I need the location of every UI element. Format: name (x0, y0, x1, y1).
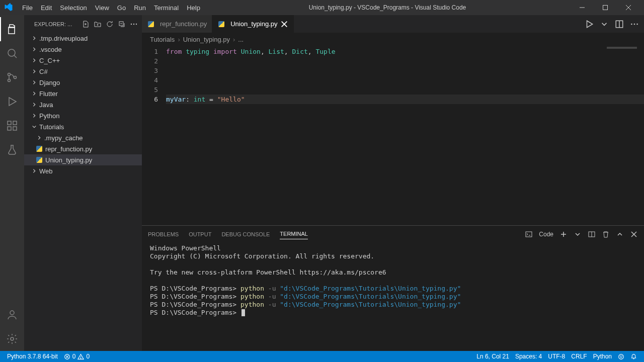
menu-file[interactable]: File (18, 2, 37, 14)
status-errors[interactable]: 0 0 (61, 353, 93, 360)
kill-terminal-icon[interactable] (602, 230, 610, 238)
search-icon[interactable] (0, 41, 24, 65)
status-spaces[interactable]: Spaces: 4 (512, 353, 545, 360)
explorer-icon[interactable] (0, 17, 24, 41)
vscode-logo-icon (4, 3, 13, 12)
window-controls (571, 0, 640, 15)
svg-point-7 (8, 79, 11, 82)
new-terminal-icon[interactable] (559, 230, 568, 238)
split-terminal-icon[interactable] (588, 230, 596, 238)
chevron-right-icon (30, 78, 38, 86)
collapse-all-icon[interactable] (118, 20, 126, 28)
settings-gear-icon[interactable] (0, 327, 24, 351)
svg-line-5 (14, 55, 17, 58)
chevron-right-icon (30, 112, 38, 120)
chevron-down-icon (30, 123, 38, 131)
code-area[interactable]: from typing import Union, List, Dict, Tu… (166, 46, 644, 225)
run-debug-icon[interactable] (0, 89, 24, 114)
more-icon[interactable] (630, 20, 639, 29)
explorer-header: EXPLORER: ... (24, 15, 142, 33)
tree-item-c-[interactable]: C# (24, 66, 142, 77)
tree-item-c_c-[interactable]: C_C++ (24, 55, 142, 66)
tree-item-django[interactable]: Django (24, 77, 142, 88)
testing-icon[interactable] (0, 138, 24, 162)
menu-selection[interactable]: Selection (56, 2, 91, 14)
accounts-icon[interactable] (0, 303, 24, 327)
split-editor-icon[interactable] (615, 20, 624, 29)
tree-item-repr_function-py[interactable]: repr_function.py (24, 143, 142, 154)
menu-edit[interactable]: Edit (37, 2, 56, 14)
panel-tab-output[interactable]: OUTPUT (189, 229, 211, 239)
status-position[interactable]: Ln 6, Col 21 (473, 353, 512, 360)
tree-item-flutter[interactable]: Flutter (24, 88, 142, 99)
refresh-icon[interactable] (106, 20, 114, 28)
svg-rect-26 (526, 232, 532, 237)
menu-terminal[interactable]: Terminal (150, 2, 183, 14)
maximize-button[interactable] (594, 0, 617, 15)
chevron-right-icon (30, 56, 38, 64)
svg-point-4 (8, 49, 15, 56)
tree-item--vscode[interactable]: .vscode (24, 44, 142, 55)
breadcrumb-item[interactable]: Union_typing.py (183, 36, 230, 43)
tree-item-java[interactable]: Java (24, 99, 142, 110)
source-control-icon[interactable] (0, 65, 24, 89)
svg-point-13 (10, 311, 14, 315)
tree-item-tutorials[interactable]: Tutorials (24, 121, 142, 132)
terminal-profile-icon[interactable] (525, 230, 533, 238)
close-panel-icon[interactable] (630, 230, 638, 238)
status-python[interactable]: Python 3.7.8 64-bit (4, 353, 61, 360)
terminal-profile-label[interactable]: Code (539, 231, 553, 238)
panel-tab-terminal[interactable]: TERMINAL (280, 229, 308, 239)
panel: PROBLEMSOUTPUTDEBUG CONSOLETERMINAL Code… (142, 225, 644, 351)
minimize-button[interactable] (571, 0, 594, 15)
status-language[interactable]: Python (590, 353, 615, 360)
svg-point-23 (631, 23, 632, 25)
menu-run[interactable]: Run (130, 2, 150, 14)
chevron-down-icon[interactable] (574, 230, 582, 238)
tab-repr_function-py[interactable]: repr_function.py (142, 15, 212, 33)
tree-item-web[interactable]: Web (24, 165, 142, 176)
menu-view[interactable]: View (91, 2, 113, 14)
new-file-icon[interactable] (82, 20, 90, 28)
error-icon (64, 353, 70, 360)
menu-go[interactable]: Go (113, 2, 130, 14)
breadcrumb-item[interactable]: Tutorials (150, 36, 175, 43)
status-feedback-icon[interactable] (615, 353, 627, 360)
svg-rect-11 (13, 127, 17, 130)
editor[interactable]: 123456 from typing import Union, List, D… (142, 46, 644, 225)
tree-item-python[interactable]: Python (24, 110, 142, 121)
panel-tabs: PROBLEMSOUTPUTDEBUG CONSOLETERMINAL Code (142, 226, 644, 242)
python-file-icon (35, 145, 43, 153)
svg-point-36 (619, 354, 624, 359)
menu-help[interactable]: Help (183, 2, 204, 14)
tree-item-union_typing-py[interactable]: Union_typing.py (24, 154, 142, 165)
more-icon[interactable] (130, 20, 138, 28)
status-encoding[interactable]: UTF-8 (545, 353, 568, 360)
titlebar: FileEditSelectionViewGoRunTerminalHelp U… (0, 0, 644, 15)
svg-point-18 (136, 23, 137, 24)
new-folder-icon[interactable] (94, 20, 102, 28)
editor-tabs: repr_function.pyUnion_typing.py (142, 15, 644, 33)
chevron-down-icon[interactable] (600, 20, 609, 29)
terminal-body[interactable]: Windows PowerShell Copyright (C) Microso… (142, 242, 644, 351)
svg-point-14 (11, 337, 14, 340)
extensions-icon[interactable] (0, 114, 24, 138)
panel-tab-debug-console[interactable]: DEBUG CONSOLE (221, 229, 270, 239)
close-button[interactable] (617, 0, 640, 15)
minimap[interactable] (607, 47, 637, 49)
file-tree: .tmp.driveupload.vscodeC_C++C#DjangoFlut… (24, 33, 142, 351)
tree-item--tmp-driveupload[interactable]: .tmp.driveupload (24, 33, 142, 44)
breadcrumbs[interactable]: Tutorials›Union_typing.py›... (142, 33, 644, 46)
status-bell-icon[interactable] (627, 353, 640, 360)
panel-tab-problems[interactable]: PROBLEMS (148, 229, 179, 239)
svg-rect-12 (13, 121, 17, 125)
close-icon[interactable] (280, 20, 288, 28)
status-eol[interactable]: CRLF (568, 353, 590, 360)
breadcrumb-item[interactable]: ... (238, 36, 244, 43)
menu-bar: FileEditSelectionViewGoRunTerminalHelp (18, 2, 204, 14)
svg-rect-9 (8, 121, 11, 125)
run-icon[interactable] (585, 20, 594, 29)
tab-union_typing-py[interactable]: Union_typing.py (212, 15, 294, 33)
tree-item--mypy_cache[interactable]: .mypy_cache (24, 132, 142, 143)
maximize-panel-icon[interactable] (616, 230, 624, 238)
